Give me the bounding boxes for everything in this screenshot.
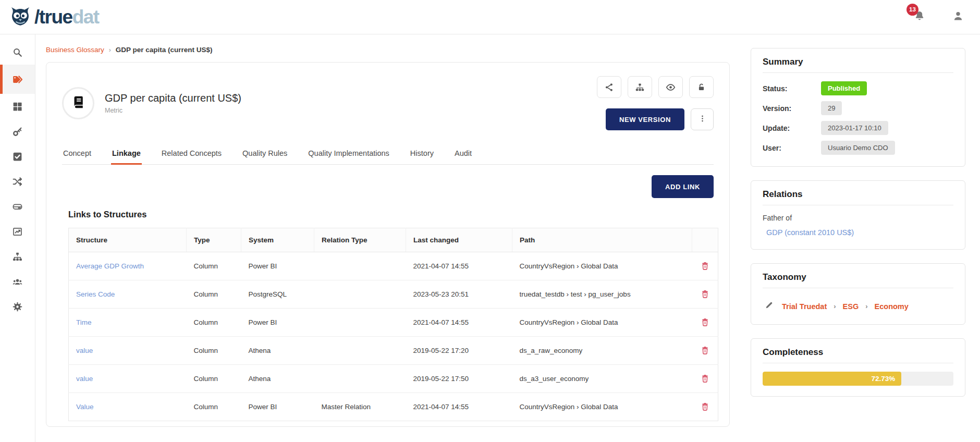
path-cell: ds_a3_user_economy bbox=[512, 365, 692, 393]
taxonomy-link[interactable]: Economy bbox=[875, 302, 909, 311]
more-options-button[interactable] bbox=[691, 108, 714, 130]
sidebar-item-chart-line[interactable] bbox=[0, 219, 35, 244]
trash-icon bbox=[701, 374, 709, 383]
path-cell: ds_a_raw_economy bbox=[512, 337, 692, 365]
delete-link-button[interactable] bbox=[700, 260, 710, 272]
trash-icon bbox=[701, 402, 709, 411]
sidebar-item-grid[interactable] bbox=[0, 94, 35, 119]
shuffle-icon bbox=[12, 176, 23, 187]
status-badge: Published bbox=[821, 81, 867, 95]
tab-quality-rules[interactable]: Quality Rules bbox=[241, 144, 288, 165]
summary-title: Summary bbox=[763, 57, 953, 73]
delete-link-button[interactable] bbox=[700, 345, 710, 356]
concept-avatar bbox=[62, 87, 94, 119]
notifications-button[interactable]: 13 bbox=[913, 10, 926, 24]
structure-link[interactable]: Series Code bbox=[76, 290, 115, 298]
structure-link[interactable]: value bbox=[76, 347, 93, 354]
structure-link[interactable]: value bbox=[76, 375, 93, 383]
delete-link-button[interactable] bbox=[700, 373, 710, 384]
structure-link[interactable]: Time bbox=[76, 318, 92, 326]
breadcrumb: Business Glossary › GDP per capita (curr… bbox=[46, 46, 730, 54]
sidebar-item-check-square[interactable] bbox=[0, 144, 35, 169]
links-section-title: Links to Structures bbox=[68, 210, 714, 219]
eye-button[interactable] bbox=[658, 76, 683, 98]
unlock-icon bbox=[696, 82, 706, 92]
concept-action-buttons bbox=[597, 76, 714, 98]
column-header-type: Type bbox=[187, 228, 241, 252]
completeness-progress-track: 72.73% bbox=[763, 372, 953, 386]
relation-type-cell: Master Relation bbox=[314, 393, 406, 421]
table-row: TimeColumnPower BI2021-04-07 14:55Countr… bbox=[69, 309, 718, 337]
edit-taxonomy-button[interactable] bbox=[765, 301, 774, 312]
table-row: valueColumnAthena2019-05-22 17:50ds_a3_u… bbox=[69, 365, 718, 393]
check-square-icon bbox=[12, 151, 23, 162]
path-cell: CountryVsRegion › Global Data bbox=[512, 252, 692, 280]
tags-icon bbox=[12, 74, 23, 85]
sitemap-icon bbox=[12, 251, 23, 262]
trash-icon bbox=[701, 317, 709, 327]
summary-panel: Summary Status:PublishedVersion:29Update… bbox=[751, 48, 965, 167]
unlock-button[interactable] bbox=[689, 76, 714, 98]
completeness-title: Completeness bbox=[763, 347, 953, 363]
delete-link-button[interactable] bbox=[700, 288, 710, 300]
system-cell: Power BI bbox=[241, 393, 314, 421]
taxonomy-link[interactable]: Trial Truedat bbox=[782, 302, 827, 311]
add-link-button[interactable]: ADD LINK bbox=[652, 175, 714, 198]
trash-icon bbox=[701, 346, 709, 355]
truedat-logo[interactable]: /truedat bbox=[8, 6, 99, 28]
share-button[interactable] bbox=[597, 76, 621, 98]
last-changed-cell: 2019-05-22 17:50 bbox=[406, 365, 512, 393]
taxonomy-panel: Taxonomy Trial Truedat›ESG›Economy bbox=[751, 263, 965, 325]
delete-link-button[interactable] bbox=[700, 316, 710, 328]
sidebar-item-gear[interactable] bbox=[0, 294, 35, 319]
tab-concept[interactable]: Concept bbox=[62, 144, 92, 165]
grid-icon bbox=[12, 101, 23, 112]
tab-related-concepts[interactable]: Related Concepts bbox=[161, 144, 223, 165]
column-header-system: System bbox=[241, 228, 314, 252]
relation-type-cell bbox=[314, 337, 406, 365]
tab-linkage[interactable]: Linkage bbox=[111, 144, 142, 165]
sidebar-item-key[interactable] bbox=[0, 119, 35, 144]
search-icon bbox=[12, 47, 23, 58]
tab-history[interactable]: History bbox=[409, 144, 435, 165]
sidebar-item-tags[interactable] bbox=[0, 65, 35, 94]
notification-count-badge: 13 bbox=[906, 4, 918, 16]
path-cell: CountryVsRegion › Global Data bbox=[512, 309, 692, 337]
pencil-icon bbox=[765, 301, 774, 312]
sidebar-item-users[interactable] bbox=[0, 269, 35, 294]
sidebar-item-drive[interactable] bbox=[0, 194, 35, 219]
eye-icon bbox=[666, 82, 676, 92]
breadcrumb-link-business-glossary[interactable]: Business Glossary bbox=[46, 46, 104, 54]
relation-link[interactable]: GDP (constant 2010 US$) bbox=[766, 228, 854, 237]
column-header-relation-type: Relation Type bbox=[314, 228, 406, 252]
new-version-button[interactable]: NEW VERSION bbox=[606, 108, 684, 130]
system-cell: Athena bbox=[241, 337, 314, 365]
taxonomy-separator: › bbox=[834, 302, 836, 310]
type-cell: Column bbox=[187, 365, 241, 393]
delete-link-button[interactable] bbox=[700, 401, 710, 412]
user-menu-button[interactable] bbox=[952, 10, 964, 24]
type-cell: Column bbox=[187, 337, 241, 365]
structure-link[interactable]: Average GDP Growth bbox=[76, 262, 144, 270]
taxonomy-separator: › bbox=[865, 302, 867, 310]
sidebar-item-shuffle[interactable] bbox=[0, 169, 35, 194]
system-cell: Power BI bbox=[241, 309, 314, 337]
column-header-path: Path bbox=[512, 228, 692, 252]
left-sidebar bbox=[0, 34, 35, 442]
relation-type-cell bbox=[314, 309, 406, 337]
tab-audit[interactable]: Audit bbox=[454, 144, 473, 165]
tab-quality-implementations[interactable]: Quality Implementations bbox=[307, 144, 390, 165]
table-row: ValueColumnPower BIMaster Relation2021-0… bbox=[69, 393, 718, 421]
system-cell: Athena bbox=[241, 365, 314, 393]
structure-link[interactable]: Value bbox=[76, 403, 94, 411]
summary-row: User:Usuario Demo CDO bbox=[763, 141, 953, 155]
sitemap-button[interactable] bbox=[628, 76, 652, 98]
drive-icon bbox=[12, 201, 23, 212]
summary-row: Version:29 bbox=[763, 101, 953, 115]
owl-logo-icon bbox=[8, 6, 32, 28]
taxonomy-link[interactable]: ESG bbox=[843, 302, 859, 311]
sidebar-item-search[interactable] bbox=[0, 40, 35, 65]
last-changed-cell: 2023-05-23 20:51 bbox=[406, 280, 512, 309]
sidebar-item-sitemap[interactable] bbox=[0, 244, 35, 269]
type-cell: Column bbox=[187, 309, 241, 337]
